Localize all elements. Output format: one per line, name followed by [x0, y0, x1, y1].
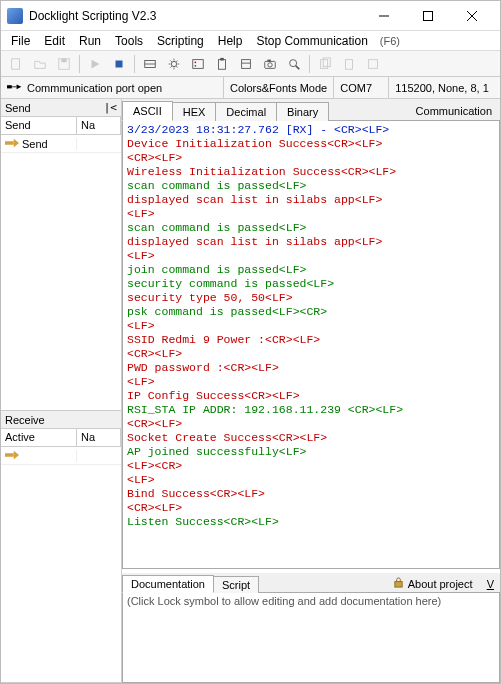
console-line: scan command is passed<LF>	[127, 221, 495, 235]
svg-rect-5	[59, 58, 70, 69]
clipboard-icon[interactable]	[211, 53, 233, 75]
tab-documentation[interactable]: Documentation	[122, 575, 214, 593]
console-line: <LF>	[127, 207, 495, 221]
tool-3-icon[interactable]	[187, 53, 209, 75]
menu-help[interactable]: Help	[212, 32, 249, 50]
svg-rect-31	[5, 141, 14, 145]
menu-scripting[interactable]: Scripting	[151, 32, 210, 50]
menu-tools[interactable]: Tools	[109, 32, 149, 50]
menu-file[interactable]: File	[5, 32, 36, 50]
status-port[interactable]: COM7	[334, 77, 389, 98]
receive-arrow-icon[interactable]	[5, 450, 19, 462]
documentation-panel: Documentation Script About project V (Cl…	[122, 573, 500, 683]
tool-5-icon[interactable]	[235, 53, 257, 75]
console-line: psk command is passed<LF><CR>	[127, 305, 495, 319]
table-row[interactable]: Send	[1, 135, 121, 153]
receive-col-2[interactable]: Na	[77, 429, 121, 446]
svg-rect-16	[220, 57, 224, 60]
send-table-header: Send Na	[1, 117, 121, 135]
svg-line-23	[296, 65, 300, 69]
receive-col-1[interactable]: Active	[1, 429, 77, 446]
tab-script[interactable]: Script	[213, 576, 259, 593]
table-row[interactable]	[1, 447, 121, 465]
console-line: 3/23/2023 18:31:27.762 [RX] - <CR><LF>	[127, 123, 495, 137]
status-settings[interactable]: 115200, None, 8, 1	[389, 77, 501, 98]
view-tabs: ASCII HEX Decimal Binary Communication	[122, 99, 500, 121]
console-line: security type 50, 50<LF>	[127, 291, 495, 305]
console-line: IP Config Success<CR><LF>	[127, 389, 495, 403]
paste-icon[interactable]	[338, 53, 360, 75]
tab-binary[interactable]: Binary	[276, 102, 329, 121]
receive-table-header: Active Na	[1, 429, 121, 447]
send-col-1[interactable]: Send	[1, 117, 77, 134]
status-port-open: Commmunication port open	[1, 77, 224, 98]
send-row-1-cell: Send	[1, 138, 77, 150]
console-line: Listen Success<CR><LF>	[127, 515, 495, 529]
lock-icon	[393, 577, 404, 590]
console-line: <LF>	[127, 473, 495, 487]
svg-rect-25	[323, 57, 330, 66]
about-project-label: About project	[408, 578, 473, 590]
send-section: Send |< Send Na Send	[1, 99, 121, 411]
console-line: <CR><LF>	[127, 347, 495, 361]
communication-console[interactable]: 3/23/2023 18:31:27.762 [RX] - <CR><LF>De…	[122, 121, 500, 569]
menu-stop-hint: (F6)	[380, 35, 400, 47]
console-line: Device Initialization Success<CR><LF>	[127, 137, 495, 151]
documentation-placeholder: (Click Lock symbol to allow editing and …	[127, 595, 441, 607]
console-line: AP joined successfully<LF>	[127, 445, 495, 459]
console-line: RSI_STA IP ADDR: 192.168.11.239 <CR><LF>	[127, 403, 495, 417]
console-line: Socket Create Success<CR><LF>	[127, 431, 495, 445]
save-icon[interactable]	[53, 53, 75, 75]
new-icon[interactable]	[5, 53, 27, 75]
svg-point-13	[195, 61, 197, 63]
open-icon[interactable]	[29, 53, 51, 75]
send-title: Send	[5, 102, 104, 114]
svg-rect-27	[369, 59, 378, 68]
tab-decimal[interactable]: Decimal	[215, 102, 277, 121]
send-col-2[interactable]: Na	[77, 117, 121, 134]
play-icon[interactable]	[84, 53, 106, 75]
toolbar	[1, 51, 500, 77]
console-line: scan command is passed<LF>	[127, 179, 495, 193]
menu-bar: File Edit Run Tools Scripting Help Stop …	[1, 31, 500, 51]
svg-point-11	[171, 61, 176, 66]
maximize-button[interactable]	[406, 2, 450, 30]
console-line: <CR><LF>	[127, 151, 495, 165]
about-project-link[interactable]: About project V	[387, 577, 500, 592]
send-table-body: Send	[1, 135, 121, 411]
menu-stop-communication[interactable]: Stop Communication	[250, 32, 373, 50]
menu-run[interactable]: Run	[73, 32, 107, 50]
minimize-button[interactable]	[362, 2, 406, 30]
status-mode[interactable]: Colors&Fonts Mode	[224, 77, 334, 98]
console-line: <LF><CR>	[127, 459, 495, 473]
main-area: Send |< Send Na Send	[1, 99, 500, 683]
tool-1-icon[interactable]	[139, 53, 161, 75]
send-arrow-icon[interactable]	[5, 138, 19, 150]
tab-ascii[interactable]: ASCII	[122, 101, 173, 121]
console-line: <CR><LF>	[127, 417, 495, 431]
console-line: Wireless Initialization Success<CR><LF>	[127, 165, 495, 179]
svg-point-22	[290, 59, 297, 66]
receive-header: Receive	[1, 411, 121, 429]
svg-rect-17	[242, 59, 251, 68]
svg-marker-32	[14, 138, 19, 147]
svg-rect-12	[193, 59, 204, 68]
camera-icon[interactable]	[259, 53, 281, 75]
documentation-body[interactable]: (Click Lock symbol to allow editing and …	[122, 593, 500, 683]
copy-icon[interactable]	[314, 53, 336, 75]
search-icon[interactable]	[283, 53, 305, 75]
svg-rect-8	[116, 60, 123, 67]
svg-rect-26	[346, 59, 353, 69]
svg-rect-1	[424, 11, 433, 20]
settings-icon[interactable]	[163, 53, 185, 75]
svg-rect-28	[7, 85, 12, 88]
tab-hex[interactable]: HEX	[172, 102, 217, 121]
menu-edit[interactable]: Edit	[38, 32, 71, 50]
send-header: Send |<	[1, 99, 121, 117]
close-button[interactable]	[450, 2, 494, 30]
tool-6-icon[interactable]	[362, 53, 384, 75]
send-collapse-icon[interactable]: |<	[104, 101, 117, 114]
stop-icon[interactable]	[108, 53, 130, 75]
receive-title: Receive	[5, 414, 117, 426]
svg-point-14	[195, 64, 197, 66]
